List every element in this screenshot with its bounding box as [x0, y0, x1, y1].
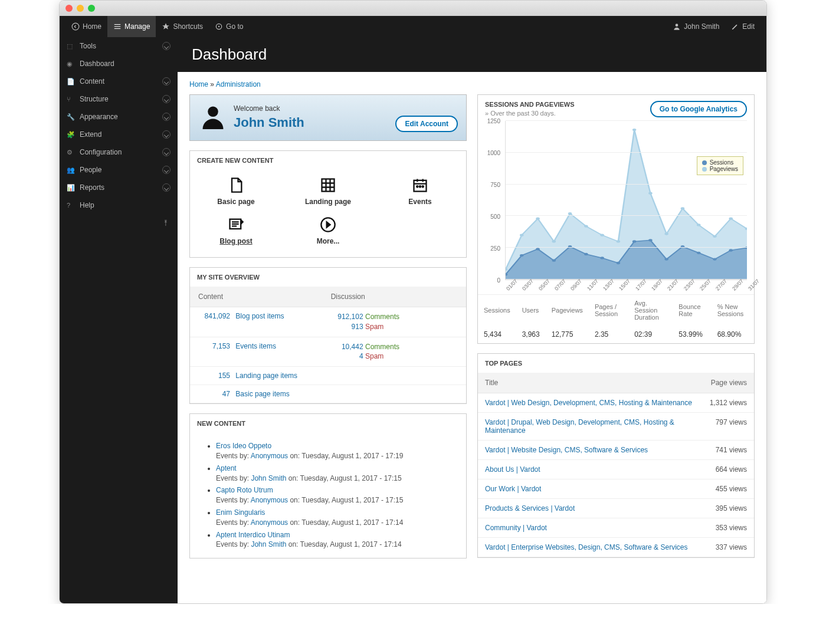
topbar-shortcuts[interactable]: Shortcuts [156, 16, 209, 37]
page-header: Dashboard [178, 37, 766, 72]
sidebar-item-reports[interactable]: 📊Reports [60, 179, 178, 196]
svg-point-18 [600, 234, 604, 236]
chevron-down-icon [162, 113, 171, 121]
chevron-down-icon [162, 77, 171, 86]
svg-point-40 [697, 252, 701, 254]
create-events[interactable]: Events [374, 173, 466, 209]
sidebar-icon: ⬚ [67, 42, 75, 50]
svg-point-3 [676, 24, 678, 27]
sidebar-icon: ⚙ [67, 149, 75, 156]
sidebar-item-dashboard[interactable]: ◉Dashboard [60, 55, 178, 73]
svg-point-19 [617, 240, 621, 242]
svg-point-23 [681, 207, 685, 209]
page-title: Dashboard [192, 45, 752, 64]
top-page-link[interactable]: Community | Vardot [485, 524, 547, 532]
sidebar-item-configuration[interactable]: ⚙Configuration [60, 143, 178, 161]
svg-point-42 [729, 249, 733, 251]
chevron-down-icon [162, 95, 171, 103]
topbar-manage[interactable]: Manage [107, 16, 156, 37]
topbar-goto[interactable]: Go to [209, 16, 249, 37]
top-page-link[interactable]: Vardot | Web Design, Development, CMS, H… [485, 399, 692, 407]
new-content-panel: NEW CONTENT Eros Ideo OppetoEvents by: A… [189, 413, 467, 558]
top-page-link[interactable]: Vardot | Drupal, Web Design, Development… [485, 418, 674, 435]
analytics-metrics-table: SessionsUsersPageviewsPages / SessionAvg… [478, 294, 754, 343]
sidebar-item-extend[interactable]: 🧩Extend [60, 126, 178, 143]
new-content-link[interactable]: Capto Roto Utrum [216, 486, 273, 494]
overview-row-link[interactable]: Blog post items [235, 312, 284, 320]
google-analytics-button[interactable]: Go to Google Analytics [650, 101, 747, 117]
sidebar-item-help[interactable]: ?Help [60, 196, 178, 214]
sidebar-icon: 📊 [67, 184, 75, 192]
new-content-link[interactable]: Aptent Interdico Utinam [216, 531, 290, 539]
admin-topbar: Home Manage Shortcuts Go to John Smith E… [60, 16, 766, 37]
svg-point-4 [208, 107, 218, 117]
svg-point-26 [729, 218, 733, 220]
topbar-home[interactable]: Home [65, 16, 107, 37]
collapse-sidebar-icon[interactable]: ⭱ [162, 219, 169, 227]
create-landing-page[interactable]: Landing page [282, 173, 374, 209]
maximize-window-dot[interactable] [88, 5, 95, 12]
welcome-username[interactable]: John Smith [234, 115, 304, 130]
breadcrumb-home[interactable]: Home [189, 80, 208, 88]
mac-titlebar [60, 1, 766, 16]
top-page-link[interactable]: About Us | Vardot [485, 465, 540, 474]
analytics-chart: 025050075010001250 Sessions Pageviews 01… [478, 117, 754, 294]
sidebar-item-content[interactable]: 📄Content [60, 73, 178, 90]
top-page-link[interactable]: Vardot | Website Design, CMS, Software &… [485, 446, 648, 454]
svg-point-29 [520, 254, 524, 257]
topbar-user[interactable]: John Smith [667, 16, 725, 37]
sidebar-item-people[interactable]: 👥People [60, 161, 178, 179]
svg-point-31 [552, 259, 556, 262]
svg-point-22 [664, 232, 668, 235]
sidebar-item-tools[interactable]: ⬚Tools [60, 37, 178, 55]
chevron-down-icon [162, 42, 171, 50]
svg-point-33 [584, 253, 588, 255]
create-more-[interactable]: More... [282, 213, 374, 249]
svg-point-17 [584, 225, 588, 227]
sidebar-icon: 📄 [67, 78, 75, 86]
topbar-edit[interactable]: Edit [725, 16, 761, 37]
svg-point-38 [664, 258, 668, 260]
sidebar-item-appearance[interactable]: 🔧Appearance [60, 108, 178, 126]
breadcrumb: Home » Administration [189, 80, 755, 88]
svg-point-9 [422, 186, 424, 187]
new-content-link[interactable]: Eros Ideo Oppeto [216, 442, 271, 450]
top-page-link[interactable]: Vardot | Enterprise Websites, Design, CM… [485, 543, 687, 551]
top-page-link[interactable]: Our Work | Vardot [485, 485, 541, 493]
new-content-link[interactable]: Enim Singularis [216, 508, 265, 517]
user-avatar-icon [201, 104, 225, 131]
svg-point-41 [713, 258, 717, 260]
svg-point-2 [218, 26, 219, 27]
admin-sidebar: ⬚Tools◉Dashboard📄Content⑂Structure🔧Appea… [60, 37, 178, 603]
create-blog-post[interactable]: Blog post [190, 213, 282, 249]
top-page-link[interactable]: Products & Services | Vardot [485, 504, 575, 512]
welcome-text: Welcome back [234, 104, 304, 113]
sidebar-icon: ? [67, 202, 75, 209]
sidebar-icon: 👥 [67, 166, 75, 174]
svg-point-36 [632, 240, 637, 242]
overview-row-link[interactable]: Events items [235, 342, 276, 350]
create-basic-page[interactable]: Basic page [190, 173, 282, 209]
svg-point-35 [617, 262, 621, 264]
edit-account-button[interactable]: Edit Account [395, 116, 458, 132]
chevron-down-icon [162, 166, 171, 174]
svg-point-13 [520, 234, 524, 236]
sidebar-icon: ◉ [67, 60, 75, 68]
site-overview-panel: MY SITE OVERVIEW Content Discussion 841,… [189, 267, 467, 404]
new-content-link[interactable]: Aptent [216, 464, 237, 472]
chevron-down-icon [162, 130, 171, 139]
chart-legend: Sessions Pageviews [697, 156, 743, 175]
sidebar-item-structure[interactable]: ⑂Structure [60, 90, 178, 108]
svg-point-37 [648, 239, 653, 241]
create-content-panel: CREATE NEW CONTENT Basic pageLanding pag… [189, 150, 467, 258]
analytics-panel: SESSIONS AND PAGEVIEWS Over the past 30 … [477, 94, 755, 344]
chevron-down-icon [162, 148, 171, 156]
minimize-window-dot[interactable] [77, 5, 84, 12]
svg-point-0 [72, 23, 79, 30]
breadcrumb-admin[interactable]: Administration [216, 80, 261, 88]
welcome-panel: Welcome back John Smith Edit Account [189, 94, 467, 141]
overview-row-link[interactable]: Basic page items [235, 390, 289, 398]
svg-point-14 [536, 218, 540, 220]
overview-row-link[interactable]: Landing page items [235, 372, 297, 380]
close-window-dot[interactable] [65, 5, 73, 12]
